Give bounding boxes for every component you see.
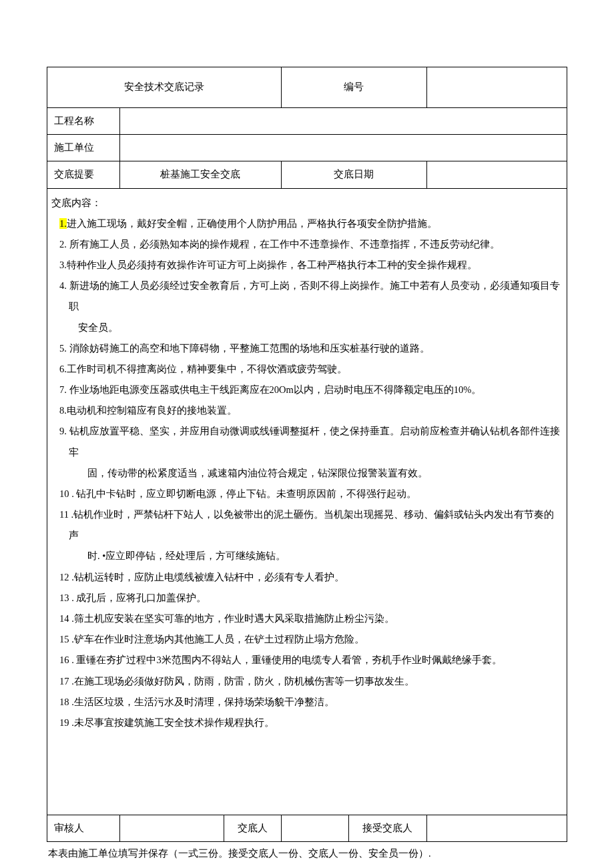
page: 安全技术交底记录 编号 工程名称 施工单位 交底提要 桩基施工安全交底 交底日期… (47, 0, 567, 868)
content-item-4a: 4. 新进场的施工人员必须经过安全教育后，方可上岗，否则不得上岗操作。施工中若有… (50, 276, 564, 317)
content-item-3: 3.特种作业人员必须持有效操作许可证方可上岗操作，各工种严格执行本工种的安全操作… (50, 255, 564, 276)
receiver-value (426, 815, 567, 842)
project-name-label: 工程名称 (47, 108, 120, 135)
date-value (426, 161, 567, 188)
receiver-label: 接受交底人 (348, 815, 426, 842)
discloser-label: 交底人 (224, 815, 281, 842)
content-item-19: 19 .未尽事宜按建筑施工安全技术操作规程执行。 (50, 713, 564, 733)
content-item-11b: 时. •应立即停钻，经处理后，方可继续施钻。 (50, 546, 564, 566)
reviewer-label: 审核人 (47, 815, 120, 842)
content-item-8: 8.电动机和控制箱应有良好的接地装置。 (50, 400, 564, 421)
content-item-9a: 9. 钻机应放置平稳、坚实，并应用自动微调或线锤调整挺杆，使之保持垂直。启动前应… (50, 421, 564, 462)
serial-label: 编号 (281, 67, 426, 108)
content-item-14: 14 .筛土机应安装在坚实可靠的地方，作业时遇大风采取措施防止粉尘污染。 (50, 608, 564, 629)
content-item-17: 17 .在施工现场必须做好防风，防雨，防雷，防火，防机械伤害等一切事故发生。 (50, 671, 564, 692)
highlight-icon: 1. (59, 218, 67, 229)
discloser-value (281, 815, 348, 842)
title-row: 安全技术交底记录 编号 (47, 67, 567, 108)
content-item-4b: 安全员。 (50, 318, 564, 338)
content-item-11a: 11 .钻机作业时，严禁钻杆下站人，以免被带出的泥土砸伤。当机架出现摇晃、移动、… (50, 504, 564, 546)
content-item-5: 5. 消除妨碍施工的高空和地下障碍物，平整施工范围的场地和压实桩基行驶的道路。 (50, 338, 564, 359)
content-item-1-text: 进入施工现场，戴好安全帽，正确使用个人防护用品，严格执行各项安全防护措施。 (67, 218, 437, 229)
blank-space (50, 733, 564, 795)
signature-row: 审核人 交底人 接受交底人 (47, 815, 567, 842)
content-item-2: 2. 所有施工人员，必须熟知本岗的操作规程，在工作中不违章操作、不违章指挥，不违… (50, 234, 564, 255)
main-table: 安全技术交底记录 编号 工程名称 施工单位 交底提要 桩基施工安全交底 交底日期… (47, 67, 567, 842)
content-item-7: 7. 作业场地距电源变压器或供电主干线距离应在20Om以内，启动时电压不得降额定… (50, 380, 564, 400)
content-row: 交底内容： 1.进入施工现场，戴好安全帽，正确使用个人防护用品，严格执行各项安全… (47, 188, 567, 815)
summary-value: 桩基施工安全交底 (120, 161, 281, 188)
content-item-9b: 固，传动带的松紧度适当，减速箱内油位符合规定，钻深限位报警装置有效。 (50, 463, 564, 484)
content-item-18: 18 .生活区垃圾，生活污水及时清理，保持场荣场貌干净整洁。 (50, 692, 564, 713)
content-heading: 交底内容： (50, 193, 564, 213)
doc-title: 安全技术交底记录 (47, 67, 282, 108)
content-item-12: 12 .钻机运转时，应防止电缆线被缠入钻杆中，必须有专人看护。 (50, 567, 564, 588)
content-cell: 交底内容： 1.进入施工现场，戴好安全帽，正确使用个人防护用品，严格执行各项安全… (47, 188, 567, 815)
project-name-row: 工程名称 (47, 108, 567, 135)
project-name-value (120, 108, 567, 135)
content-item-6: 6.工作时司机不得擅离岗位，精神要集中，不得饮酒或疲劳驾驶。 (50, 359, 564, 380)
content-item-10: 10 . 钻孔中卡钻时，应立即切断电源，停止下钻。未查明原因前，不得强行起动。 (50, 484, 564, 504)
content-item-16: 16 . 重锤在夯扩过程中3米范围内不得站人，重锤使用的电缆专人看管，夯机手作业… (50, 650, 564, 671)
content-item-1: 1.进入施工现场，戴好安全帽，正确使用个人防护用品，严格执行各项安全防护措施。 (50, 213, 564, 234)
serial-value (426, 67, 567, 108)
footnote: 本表由施工单位填写并保存（一式三份。接受交底人一份、交底人一份、安全员一份）. (47, 842, 567, 861)
content-item-13: 13 . 成孔后，应将孔口加盖保护。 (50, 588, 564, 608)
reviewer-value (120, 815, 224, 842)
summary-label: 交底提要 (47, 161, 120, 188)
date-label: 交底日期 (281, 161, 426, 188)
content-inner: 交底内容： 1.进入施工现场，戴好安全帽，正确使用个人防护用品，严格执行各项安全… (47, 189, 567, 815)
constructor-value (120, 135, 567, 161)
constructor-label: 施工单位 (47, 135, 120, 161)
constructor-row: 施工单位 (47, 135, 567, 161)
content-item-15: 15 .铲车在作业时注意场内其他施工人员，在铲土过程防止塌方危险。 (50, 629, 564, 650)
summary-row: 交底提要 桩基施工安全交底 交底日期 (47, 161, 567, 188)
